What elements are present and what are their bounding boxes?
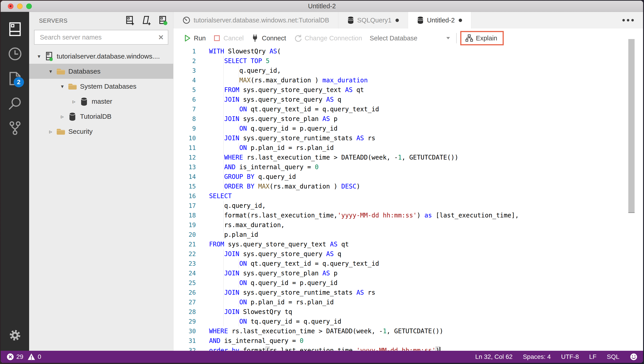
code-line-10[interactable]: 10JOIN sys.query_store_runtime_stats AS … xyxy=(174,133,643,143)
code-line-4[interactable]: 4MAX(rs.max_duration ) max_duration xyxy=(174,75,643,85)
cancel-button[interactable]: Cancel xyxy=(213,35,244,42)
connections-icon[interactable] xyxy=(4,17,26,42)
code-line-13[interactable]: 13AND is_internal_query = 0 xyxy=(174,162,643,172)
tab-untitled-2[interactable]: Untitled-2 xyxy=(408,12,471,29)
editor-scrollbar[interactable] xyxy=(628,39,634,213)
line-number: 27 xyxy=(174,297,196,307)
code-line-28[interactable]: 28JOIN SlowestQry tq xyxy=(174,307,643,317)
code-line-1[interactable]: 1WITH SlowestQry AS( xyxy=(174,47,643,56)
encoding-setting[interactable]: UTF-8 xyxy=(561,353,579,360)
search-server-input[interactable] xyxy=(40,34,158,41)
indent-guide xyxy=(224,143,224,153)
change-connection-button[interactable]: Change Connection xyxy=(294,34,362,42)
source-control-icon[interactable] xyxy=(4,116,26,140)
code-line-23[interactable]: 23ON qt.query_text_id = q.query_text_id xyxy=(174,259,643,268)
collapse-arrow-icon[interactable]: ▾ xyxy=(35,53,43,60)
tree-item-label: master xyxy=(92,98,112,105)
database-icon-wrap xyxy=(67,112,78,121)
code-line-31[interactable]: 31AND is_internal_query = 0 xyxy=(174,336,643,345)
tree-item-tutorialdb[interactable]: ▹TutorialDB xyxy=(29,109,173,124)
tree-item-tutorialserver-database-windows-[interactable]: ▾tutorialserver.database.windows.... xyxy=(29,49,173,64)
settings-gear-icon[interactable] xyxy=(4,323,26,348)
dashboard-icon xyxy=(182,16,190,24)
code-line-5[interactable]: 5FROM sys.query_store_query_text AS qt xyxy=(174,85,643,95)
code-line-20[interactable]: 20p.plan_id xyxy=(174,230,643,239)
feedback-smiley-icon[interactable] xyxy=(630,353,638,361)
code-line-27[interactable]: 27ON p.plan_id = rs.plan_id xyxy=(174,297,643,307)
code-text: JOIN sys.query_store_query AS q xyxy=(224,249,341,259)
code-line-24[interactable]: 24JOIN sys.query_store_plan AS p xyxy=(174,268,643,278)
code-line-25[interactable]: 25ON q.query_id = p.query_id xyxy=(174,278,643,288)
activity-bar: 2 xyxy=(1,12,29,351)
maximize-window-button[interactable] xyxy=(26,3,32,9)
select-database-dropdown[interactable]: Select Database xyxy=(370,35,450,42)
code-line-22[interactable]: 22JOIN sys.query_store_query AS q xyxy=(174,249,643,259)
run-button[interactable]: Run xyxy=(184,34,206,42)
code-text: order by format(rs.last_execution_time,'… xyxy=(209,345,440,351)
line-number: 31 xyxy=(174,336,196,345)
tab-tutorialserver-database-windows-net-tutorialdb[interactable]: tutorialserver.database.windows.net:Tuto… xyxy=(174,12,338,29)
code-line-9[interactable]: 9ON q.query_id = p.query_id xyxy=(174,124,643,133)
code-line-16[interactable]: 16SELECT xyxy=(174,191,643,201)
expand-arrow-icon[interactable]: ▹ xyxy=(47,128,54,135)
code-line-30[interactable]: 30WHERE rs.last_execution_time > DATEADD… xyxy=(174,326,643,336)
code-line-29[interactable]: 29ON tq.query_id = q.query_id xyxy=(174,317,643,326)
tree-item-master[interactable]: ▹master xyxy=(29,94,173,109)
show-active-connections-icon[interactable] xyxy=(158,16,168,26)
tree-item-databases[interactable]: ▾Databases xyxy=(29,64,173,79)
code-line-11[interactable]: 11ON p.plan_id = rs.plan_id xyxy=(174,143,643,153)
code-line-3[interactable]: 3q.query_id, xyxy=(174,66,643,75)
collapse-arrow-icon[interactable]: ▾ xyxy=(47,68,54,75)
code-line-7[interactable]: 7ON qt.query_text_id = q.query_text_id xyxy=(174,104,643,114)
code-line-18[interactable]: 18format(rs.last_execution_time,'yyyy-MM… xyxy=(174,211,643,220)
code-line-6[interactable]: 6JOIN sys.query_store_query AS q xyxy=(174,95,643,104)
tree-item-security[interactable]: ▹Security xyxy=(29,124,173,139)
code-line-12[interactable]: 12WHERE rs.last_execution_time > DATEADD… xyxy=(174,153,643,162)
expand-arrow-icon[interactable]: ▹ xyxy=(70,98,78,105)
code-editor[interactable]: 1WITH SlowestQry AS(2SELECT TOP 53q.quer… xyxy=(174,47,643,351)
cursor-position[interactable]: Ln 32, Col 62 xyxy=(475,353,513,360)
code-text: JOIN sys.query_store_plan AS p xyxy=(224,268,338,278)
dirty-indicator xyxy=(396,19,399,22)
problems-indicator[interactable]: 29 0 xyxy=(6,353,41,361)
line-number: 14 xyxy=(174,172,196,181)
code-line-19[interactable]: 19rs.max_duration, xyxy=(174,220,643,230)
chevron-down-icon xyxy=(446,37,450,40)
search-icon[interactable] xyxy=(4,91,26,116)
line-number: 28 xyxy=(174,307,196,317)
tab-sqlquery1[interactable]: SQLQuery1 xyxy=(338,12,408,29)
code-text: ON qt.query_text_id = q.query_text_id xyxy=(239,259,379,268)
collapse-arrow-icon[interactable]: ▾ xyxy=(58,83,66,90)
code-line-8[interactable]: 8JOIN sys.query_store_plan AS p xyxy=(174,114,643,124)
code-line-21[interactable]: 21FROM sys.query_store_query_text AS qt xyxy=(174,239,643,249)
code-text: p.plan_id xyxy=(224,230,258,239)
clear-search-icon[interactable]: ✕ xyxy=(158,34,164,41)
language-mode[interactable]: SQL xyxy=(607,353,619,360)
explain-button[interactable]: Explain xyxy=(466,34,497,42)
code-line-15[interactable]: 15ORDER BY MAX(rs.max_duration ) DESC) xyxy=(174,181,643,191)
tree-item-system-databases[interactable]: ▾System Databases xyxy=(29,79,173,94)
code-text: WITH SlowestQry AS( xyxy=(209,47,281,56)
code-text: q.query_id, xyxy=(239,66,281,75)
eol-setting[interactable]: LF xyxy=(589,353,596,360)
code-line-26[interactable]: 26JOIN sys.query_store_runtime_stats AS … xyxy=(174,288,643,297)
code-line-14[interactable]: 14GROUP BY q.query_id xyxy=(174,172,643,181)
line-number: 3 xyxy=(174,66,196,75)
indentation-setting[interactable]: Spaces: 4 xyxy=(523,353,551,360)
close-window-button[interactable] xyxy=(8,3,14,9)
line-number: 24 xyxy=(174,268,196,278)
database-icon-wrap xyxy=(79,97,90,106)
more-actions-icon[interactable] xyxy=(622,12,634,29)
servers-sidebar: SERVERS ✕ xyxy=(29,12,174,351)
new-server-group-icon[interactable] xyxy=(142,16,152,26)
minimize-window-button[interactable] xyxy=(17,3,23,9)
connect-button[interactable]: Connect xyxy=(251,34,286,42)
code-line-17[interactable]: 17q.query_id, xyxy=(174,201,643,211)
task-history-icon[interactable] xyxy=(4,42,26,66)
new-connection-icon[interactable] xyxy=(125,16,135,26)
code-line-2[interactable]: 2SELECT TOP 5 xyxy=(174,56,643,66)
server-icon xyxy=(46,52,53,61)
open-editors-icon[interactable]: 2 xyxy=(4,66,26,91)
code-line-32[interactable]: 32order by format(rs.last_execution_time… xyxy=(174,345,643,351)
expand-arrow-icon[interactable]: ▹ xyxy=(58,113,66,120)
